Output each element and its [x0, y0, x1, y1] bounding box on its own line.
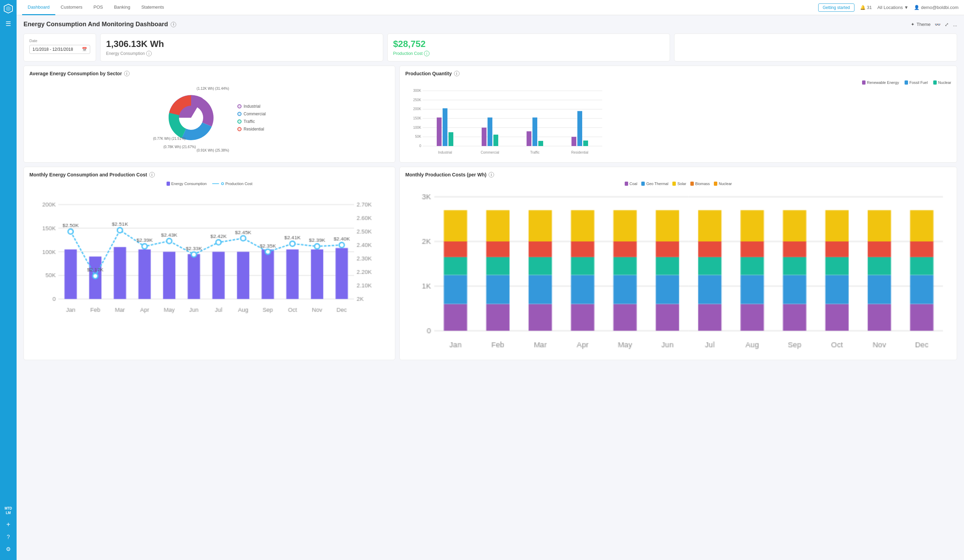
- monthly-prod-costs-legend: Coal Geo Thermal Solar Biomass: [405, 182, 951, 186]
- donut-label-industrial: (1.12K Wh) (31.44%): [197, 87, 229, 91]
- legend-residential-dot: [238, 127, 241, 131]
- energy-consumption-card: 1,306.13K Wh Energy Consumption i: [100, 34, 383, 62]
- tab-statements[interactable]: Statements: [136, 0, 169, 15]
- theme-button[interactable]: ✦ Theme: [911, 22, 930, 27]
- monthly-energy-title: Monthly Energy Consumption and Productio…: [29, 172, 389, 177]
- monthly-energy-legend: Energy Consumption Production Cost: [29, 182, 389, 186]
- account-icon: 👤: [914, 5, 919, 10]
- donut-info-icon[interactable]: i: [124, 71, 130, 76]
- empty-card: [674, 34, 957, 62]
- locations-dropdown[interactable]: All Locations ▼: [877, 5, 909, 10]
- legend-coal: Coal: [625, 182, 637, 186]
- sidebar-mtd-label[interactable]: Dashboard MTDLM: [5, 506, 12, 515]
- tab-dashboard[interactable]: Dashboard: [22, 0, 55, 15]
- expand-icon: ⤢: [944, 22, 949, 27]
- notification-count: 31: [867, 5, 872, 10]
- legend-nuclear-cost: Nuclear: [714, 182, 732, 186]
- donut-chart-area: (1.12K Wh) (31.44%) (0.77K Wh) (21.51%) …: [153, 83, 229, 152]
- tab-pos[interactable]: POS: [88, 0, 108, 15]
- monthly-energy-info-icon[interactable]: i: [149, 172, 155, 177]
- svg-marker-1: [6, 6, 11, 11]
- main-content: Dashboard Customers POS Banking Statemen…: [16, 0, 964, 560]
- legend-renewable: Renewable Energy: [862, 80, 899, 84]
- tab-banking[interactable]: Banking: [109, 0, 136, 15]
- top-navigation: Dashboard Customers POS Banking Statemen…: [16, 0, 964, 15]
- legend-biomass: Biomass: [690, 182, 710, 186]
- production-cost-legend-line: [212, 183, 219, 184]
- legend-energy-consumption: Energy Consumption: [166, 182, 207, 186]
- dashboard-title: Energy Consumption And Monitoring Dashbo…: [23, 21, 176, 28]
- production-quantity-panel: Production Quantity i Renewable Energy F…: [399, 66, 957, 162]
- donut-title: Average Energy Consumption by Sector i: [29, 71, 389, 76]
- donut-chart-container: (1.12K Wh) (31.44%) (0.77K Wh) (21.51%) …: [29, 80, 389, 155]
- monthly-prod-costs-info-icon[interactable]: i: [489, 172, 494, 177]
- sidebar: ☰ Dashboard MTDLM + ? ⚙: [0, 0, 16, 560]
- help-icon[interactable]: ?: [7, 534, 10, 541]
- legend-residential: Residential: [238, 127, 266, 131]
- dashboard-info-icon[interactable]: i: [171, 22, 176, 27]
- tab-customers[interactable]: Customers: [55, 0, 88, 15]
- monthly-prod-cost-chart: [405, 188, 951, 354]
- date-card: Date 1/1/2018 - 12/31/2018 📅: [23, 34, 96, 62]
- monthly-prod-costs-panel: Monthly Production Costs (per Wh) i Coal…: [399, 167, 957, 360]
- nuclear-legend-bar: [933, 80, 937, 84]
- legend-traffic-dot: [238, 120, 241, 123]
- production-cost-value: $28,752: [393, 39, 664, 49]
- dashboard-header: Energy Consumption And Monitoring Dashbo…: [23, 21, 957, 28]
- user-account[interactable]: 👤 demo@boldbi.com: [914, 5, 959, 10]
- energy-info-icon[interactable]: i: [146, 51, 152, 56]
- geo-thermal-legend-bar: [641, 182, 645, 186]
- prod-qty-info-icon[interactable]: i: [454, 71, 459, 76]
- date-label: Date: [29, 39, 90, 43]
- date-picker[interactable]: 1/1/2018 - 12/31/2018 📅: [29, 45, 90, 54]
- expand-button[interactable]: ⤢: [944, 22, 949, 27]
- donut-canvas: [153, 83, 229, 152]
- dashboard-area: Energy Consumption And Monitoring Dashbo…: [16, 15, 964, 560]
- legend-solar: Solar: [673, 182, 686, 186]
- settings-icon[interactable]: ⚙: [6, 546, 11, 552]
- legend-commercial-dot: [238, 112, 241, 116]
- donut-label-commercial: (0.77K Wh) (21.51%): [153, 137, 186, 141]
- renewable-legend-bar: [862, 80, 866, 84]
- dashboard-actions: ✦ Theme 👓 ⤢ ...: [911, 22, 957, 27]
- production-quantity-chart: [405, 88, 606, 156]
- prod-qty-legend: Renewable Energy Fossil Fuel Nuclear: [405, 80, 951, 84]
- solar-legend-bar: [673, 182, 676, 186]
- bottom-panels-row: Monthly Energy Consumption and Productio…: [23, 167, 957, 360]
- monthly-prod-costs-title: Monthly Production Costs (per Wh) i: [405, 172, 951, 177]
- production-cost-card: $28,752 Production Cost i: [388, 34, 670, 62]
- view-toggle-button[interactable]: 👓: [935, 22, 941, 27]
- energy-consumption-legend-bar: [166, 182, 170, 186]
- biomass-legend-bar: [690, 182, 694, 186]
- legend-traffic: Traffic: [238, 119, 266, 124]
- nav-right-section: Getting started 🔔 31 All Locations ▼ 👤 d…: [818, 3, 959, 12]
- bell-icon: 🔔: [860, 5, 866, 10]
- production-cost-legend-dot: [221, 182, 224, 185]
- legend-nuclear: Nuclear: [933, 80, 951, 84]
- hamburger-icon[interactable]: ☰: [5, 20, 11, 28]
- calendar-icon: 📅: [82, 47, 87, 52]
- energy-label: Energy Consumption i: [106, 51, 377, 56]
- sun-icon: ✦: [911, 22, 915, 27]
- glasses-icon: 👓: [935, 22, 941, 27]
- top-cards-row: Date 1/1/2018 - 12/31/2018 📅 1,306.13K W…: [23, 34, 957, 62]
- legend-industrial: Industrial: [238, 104, 266, 109]
- legend-geo-thermal: Geo Thermal: [641, 182, 668, 186]
- monthly-energy-panel: Monthly Energy Consumption and Productio…: [23, 167, 395, 360]
- fossil-legend-bar: [905, 80, 908, 84]
- legend-fossil: Fossil Fuel: [905, 80, 928, 84]
- add-icon[interactable]: +: [6, 521, 10, 529]
- cost-info-icon[interactable]: i: [424, 51, 430, 56]
- getting-started-button[interactable]: Getting started: [818, 3, 855, 12]
- donut-label-residential: (0.91K Wh) (25.38%): [197, 148, 229, 152]
- donut-legend: Industrial Commercial Traffic Resid: [238, 104, 266, 131]
- notifications-badge[interactable]: 🔔 31: [860, 5, 872, 10]
- donut-label-traffic: (0.78K Wh) (21.67%): [163, 145, 196, 149]
- production-cost-label: Production Cost i: [393, 51, 664, 56]
- middle-panels-row: Average Energy Consumption by Sector i: [23, 66, 957, 162]
- more-options-button[interactable]: ...: [953, 22, 957, 27]
- monthly-energy-chart: [29, 188, 389, 317]
- legend-production-cost-line: Production Cost: [212, 182, 252, 186]
- legend-industrial-dot: [238, 104, 241, 109]
- nuclear-cost-legend-bar: [714, 182, 717, 186]
